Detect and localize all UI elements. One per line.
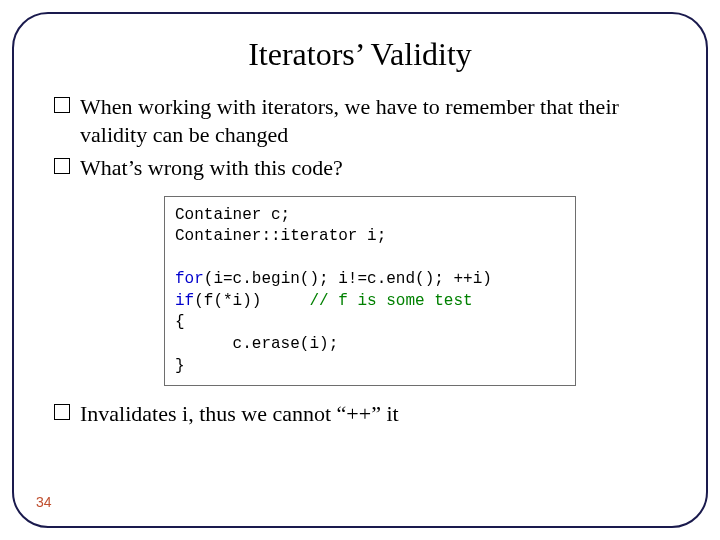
checkbox-icon <box>54 158 70 174</box>
code-keyword: for <box>175 270 204 288</box>
code-text: (i=c.begin(); i!=c.end(); ++i) <box>204 270 492 288</box>
code-line: { <box>175 313 185 331</box>
code-text: (f(*i)) <box>194 292 309 310</box>
code-block: Container c; Container::iterator i; for(… <box>164 196 576 387</box>
code-line: Container c; <box>175 206 290 224</box>
bullet-text: When working with iterators, we have to … <box>80 94 619 147</box>
bullet-item: Invalidates i, thus we cannot “++” it <box>54 400 666 428</box>
bullet-item: When working with iterators, we have to … <box>54 93 666 148</box>
page-number: 34 <box>36 494 52 510</box>
code-line: c.erase(i); <box>175 335 338 353</box>
checkbox-icon <box>54 97 70 113</box>
slide-title: Iterators’ Validity <box>54 36 666 73</box>
checkbox-icon <box>54 404 70 420</box>
slide-frame: Iterators’ Validity When working with it… <box>12 12 708 528</box>
bullet-text: What’s wrong with this code? <box>80 155 343 180</box>
code-line: } <box>175 357 185 375</box>
bullet-list-after: Invalidates i, thus we cannot “++” it <box>54 400 666 428</box>
bullet-text: Invalidates i, thus we cannot “++” it <box>80 401 399 426</box>
code-keyword: if <box>175 292 194 310</box>
bullet-list: When working with iterators, we have to … <box>54 93 666 182</box>
code-line: Container::iterator i; <box>175 227 386 245</box>
bullet-item: What’s wrong with this code? <box>54 154 666 182</box>
code-comment: // f is some test <box>309 292 472 310</box>
